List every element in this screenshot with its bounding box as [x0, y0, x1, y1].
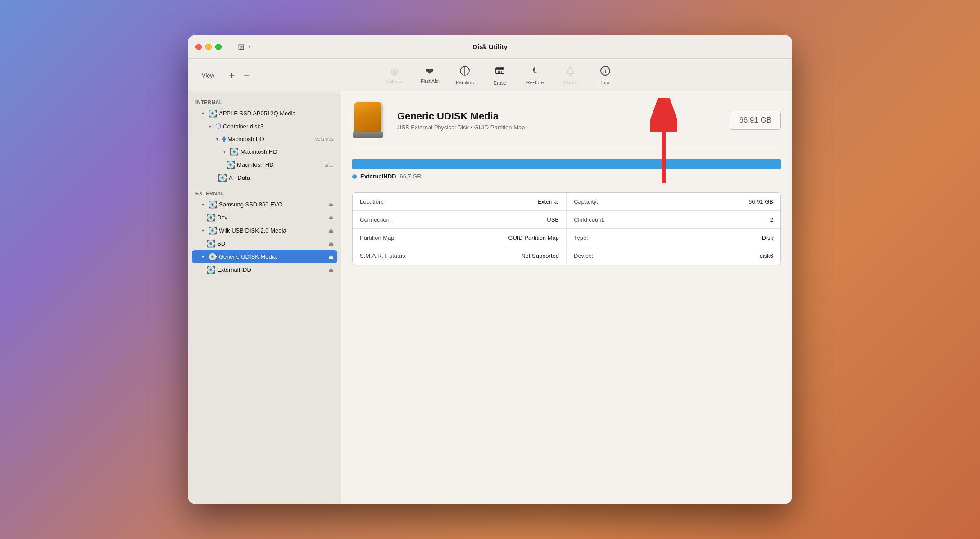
sidebar-item-samsung-ssd[interactable]: ▾ 💽 Samsung SSD 860 EVO... ⏏: [192, 198, 337, 211]
layers-icon: ⧫: [222, 135, 226, 143]
toolbar-left: View + −: [197, 69, 253, 82]
device-value: disk6: [760, 252, 773, 259]
disk-icon: 💽: [206, 265, 215, 274]
sidebar-item-externalhdd[interactable]: 💽 ExternalHDD ⏏: [192, 263, 337, 276]
view-button[interactable]: View: [197, 70, 219, 81]
sidebar-item-macintosh-hd-disk[interactable]: ▾ 💽 Macintosh HD: [192, 145, 337, 158]
partition-icon: [459, 65, 470, 78]
maximize-button[interactable]: [215, 44, 222, 50]
item-sublabel: volumes: [315, 136, 334, 142]
minimize-button[interactable]: [205, 44, 212, 50]
item-label: Macintosh HD: [227, 136, 312, 142]
item-label: Macintosh HD: [237, 161, 321, 168]
sidebar-toggle-chevron: ▾: [248, 44, 251, 50]
disk-icon: 💽: [206, 239, 215, 248]
sidebar-item-container-disk3[interactable]: ▾ ⬡ Container disk3: [192, 120, 337, 132]
sidebar-item-apple-ssd[interactable]: ▾ 💽 APPLE SSD AP0512Q Media: [192, 107, 337, 120]
details-cell-child-count: Child count: 2: [567, 211, 780, 228]
eject-icon[interactable]: ⏏: [328, 214, 334, 221]
sidebar-item-macintosh-hd-volumes[interactable]: ▾ ⧫ Macintosh HD volumes: [192, 132, 337, 145]
device-name: Generic UDISK Media: [397, 110, 721, 122]
legend-size: 66,7 GB: [399, 173, 421, 180]
chevron-icon: ▾: [199, 202, 206, 207]
mount-button[interactable]: Mount: [554, 63, 586, 88]
details-cell-connection: Connection: USB: [353, 211, 567, 228]
toolbar-actions: ⊕ Volume ❤ First Aid Partition: [379, 62, 621, 88]
traffic-lights: [195, 44, 222, 50]
external-header: External: [188, 188, 341, 198]
item-sublabel: sn...: [324, 162, 334, 168]
details-cell-capacity: Capacity: 66,91 GB: [567, 193, 780, 210]
disk-icon: 💽: [208, 200, 217, 209]
first-aid-button[interactable]: ❤ First Aid: [414, 64, 445, 87]
sidebar-item-generic-udisk[interactable]: ▾ 💽 Generic UDISK Media ⏏: [192, 250, 337, 263]
restore-button[interactable]: Restore: [519, 63, 551, 88]
eject-icon[interactable]: ⏏: [328, 227, 334, 234]
disk-icon: 💽: [218, 174, 227, 182]
info-button[interactable]: Info: [590, 63, 621, 88]
eject-icon[interactable]: ⏏: [328, 240, 334, 247]
app-title: Disk Utility: [472, 43, 508, 50]
restore-label: Restore: [526, 80, 544, 85]
remove-volume-button[interactable]: −: [240, 69, 253, 82]
sidebar-item-wilk-usb[interactable]: ▾ 💽 Wilk USB DISK 2.0 Media ⏏: [192, 224, 337, 237]
device-info: Generic UDISK Media USB External Physica…: [397, 110, 721, 131]
device-header: Generic UDISK Media USB External Physica…: [352, 102, 781, 138]
eject-icon[interactable]: ⏏: [328, 266, 334, 273]
info-icon: [600, 65, 611, 78]
volume-icon: ⊕: [390, 66, 399, 77]
erase-button[interactable]: Erase: [484, 62, 516, 88]
disk-icon: 💽: [206, 213, 215, 222]
item-label: ExternalHDD: [217, 266, 327, 273]
item-label: Dev: [217, 214, 327, 221]
mount-label: Mount: [563, 80, 577, 85]
partition-map-value: GUID Partition Map: [508, 234, 559, 241]
main-layout: Internal ▾ 💽 APPLE SSD AP0512Q Media ▾ ⬡…: [188, 91, 792, 504]
type-value: Disk: [762, 234, 773, 241]
apfs-icon: ⬡: [215, 122, 221, 130]
item-label: APPLE SSD AP0512Q Media: [219, 110, 334, 117]
device-subtitle: USB External Physical Disk • GUID Partit…: [397, 124, 721, 131]
close-button[interactable]: [195, 44, 202, 50]
eject-icon[interactable]: ⏏: [328, 253, 334, 260]
sidebar-item-macintosh-hd-sn[interactable]: 💽 Macintosh HD sn...: [192, 158, 337, 171]
restore-icon: [530, 65, 540, 78]
chevron-icon: ▾: [199, 228, 206, 233]
sidebar-item-sd[interactable]: 💽 SD ⏏: [192, 237, 337, 250]
item-label: Wilk USB DISK 2.0 Media: [219, 227, 327, 234]
chevron-icon: ▾: [221, 149, 228, 154]
sidebar-toggle-icon[interactable]: ⊞: [238, 42, 245, 52]
section-divider: [352, 151, 781, 151]
details-row-2: Connection: USB Child count: 2: [353, 211, 780, 229]
capacity-value: 66,91 GB: [749, 198, 773, 205]
chevron-icon: ▾: [199, 254, 206, 259]
type-label: Type:: [574, 234, 588, 241]
item-label: SD: [217, 240, 327, 247]
sidebar-item-a-data[interactable]: 💽 A - Data: [192, 171, 337, 184]
item-label: Macintosh HD: [240, 148, 334, 155]
usb-drive-body: [354, 102, 381, 134]
partition-map-label: Partition Map:: [360, 234, 396, 241]
partition-label: Partition: [456, 80, 474, 85]
legend-dot: [352, 174, 357, 179]
connection-label: Connection:: [360, 216, 391, 223]
internal-header: Internal: [188, 97, 341, 107]
eject-icon[interactable]: ⏏: [328, 201, 334, 208]
add-volume-button[interactable]: +: [225, 69, 239, 82]
item-label: A - Data: [229, 174, 334, 181]
erase-icon: [494, 65, 506, 78]
child-count-label: Child count:: [574, 216, 605, 223]
main-window: ⊞ ▾ Disk Utility View + − ⊕ Volume: [188, 35, 792, 504]
location-label: Location:: [360, 198, 384, 205]
first-aid-label: First Aid: [421, 78, 439, 84]
erase-label: Erase: [494, 80, 507, 86]
volume-button[interactable]: ⊕ Volume: [379, 64, 410, 87]
first-aid-icon: ❤: [426, 67, 434, 77]
connection-value: USB: [547, 216, 559, 223]
partition-button[interactable]: Partition: [449, 63, 481, 88]
toolbar: View + − ⊕ Volume ❤ First Aid: [188, 59, 792, 91]
smart-value: Not Supported: [521, 252, 559, 259]
disk-icon: 💽: [208, 226, 217, 235]
sidebar-item-dev[interactable]: 💽 Dev ⏏: [192, 211, 337, 224]
details-row-3: Partition Map: GUID Partition Map Type: …: [353, 229, 780, 247]
